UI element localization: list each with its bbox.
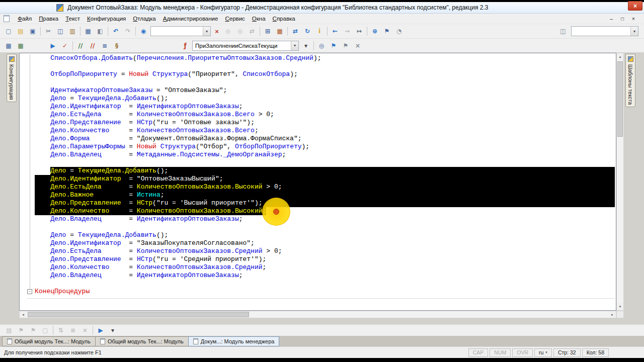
code-line[interactable] — [35, 159, 615, 167]
sort-lines-icon[interactable]: ⇅ — [55, 325, 66, 335]
code-line[interactable]: Дело.Идентификатор = "ЗаказыПокупателяСо… — [35, 239, 615, 247]
cut-icon[interactable]: ✂ — [43, 26, 54, 36]
code-line[interactable]: Дело = ТекущиеДела.Добавить(); — [35, 231, 615, 239]
scroll-up-icon[interactable]: ▴ — [617, 53, 623, 60]
code-line[interactable] — [35, 78, 615, 86]
redo-icon[interactable]: ↷ — [122, 26, 133, 36]
find-previous-icon[interactable]: ◎ — [234, 26, 246, 36]
window-tab-2[interactable]: Общий модуль Тек...: Модуль — [95, 336, 189, 346]
check-module-icon[interactable]: ▶ — [47, 41, 58, 51]
print-icon[interactable]: ▦ — [83, 26, 94, 36]
code-line[interactable]: СписокОтбора.Добавить(Перечисления.Приор… — [35, 54, 615, 62]
code-line[interactable]: Дело.Количество = КоличествоОптовыхЗаказ… — [35, 263, 615, 272]
menu-file[interactable]: Файл — [14, 14, 35, 23]
code-line[interactable]: ОтборПоПриоритету = Новый Структура("При… — [35, 70, 615, 78]
scroll-left-icon[interactable]: ◂ — [20, 311, 27, 318]
code-area[interactable]: СписокОтбора.Добавить(Перечисления.Приор… — [35, 54, 615, 310]
fold-toggle-icon[interactable]: - — [27, 289, 32, 294]
undo-icon[interactable]: ↶ — [110, 26, 121, 36]
copy-icon[interactable]: ◫ — [55, 26, 66, 36]
code-line[interactable] — [35, 223, 615, 231]
save-icon[interactable]: ▣ — [27, 26, 38, 36]
mdi-close-button[interactable]: × — [628, 15, 639, 23]
next-bookmark-icon[interactable]: ⚑ — [340, 41, 351, 51]
chevron-down-icon[interactable]: ▾ — [291, 41, 298, 50]
proc-template-icon[interactable]: ▢ — [40, 325, 51, 335]
code-line[interactable]: Дело.Владелец = Метаданные.Подсистемы._Д… — [35, 151, 615, 159]
sync-config-icon[interactable]: ↻ — [302, 26, 313, 36]
print-preview-icon[interactable]: ◧ — [95, 26, 106, 36]
code-line[interactable]: Дело.Количество = КоличествоОптовыхЗаказ… — [35, 207, 615, 215]
menu-windows[interactable]: Окна — [249, 14, 269, 23]
add-icon[interactable]: ⊕ — [369, 26, 380, 36]
code-line[interactable] — [35, 280, 615, 288]
procedures-dropdown-icon[interactable]: ▾ — [300, 41, 311, 51]
find-procedure-icon[interactable]: ◎ — [316, 41, 327, 51]
code-line[interactable]: Дело.Идентификатор = ИдентификаторОптовы… — [35, 103, 615, 111]
windows-combobox[interactable]: ▾ — [571, 26, 638, 36]
syntax-help-icon[interactable]: § — [111, 41, 122, 51]
navigate-forward-icon[interactable]: → — [342, 26, 353, 36]
menu-help[interactable]: Справка — [269, 14, 299, 23]
bookmark-icon[interactable]: ⚑ — [328, 41, 339, 51]
format-block-icon[interactable]: ≡ — [99, 41, 110, 51]
syntax-check-icon[interactable]: ✓ — [59, 41, 70, 51]
search-combobox[interactable]: ▾ — [150, 26, 211, 36]
add-comment-icon[interactable]: // — [75, 41, 86, 51]
code-line[interactable]: Дело.Идентификатор = "ОптовыеЗаказыВысши… — [35, 175, 615, 183]
code-line[interactable]: Дело.Важное = Истина; — [35, 191, 615, 199]
code-line[interactable]: Дело.Владелец = ИдентификаторОптовыеЗака… — [35, 215, 615, 223]
compare-files-icon[interactable]: ⇄ — [290, 26, 301, 36]
close-button[interactable]: × — [628, 1, 642, 11]
code-line[interactable]: Дело.Форма = "Документ.ОптовыйЗаказ.Форм… — [35, 135, 615, 143]
code-editor[interactable]: - СписокОтбора.Добавить(Перечисления.При… — [19, 53, 616, 311]
window-tab-3[interactable]: Докум...: Модуль менеджера — [188, 336, 280, 346]
code-line[interactable]: Дело.Представление = НСтр("ru = 'Высший … — [35, 199, 615, 207]
scrollbar-thumb[interactable] — [617, 61, 623, 137]
menu-service[interactable]: Сервис — [221, 14, 248, 23]
chevron-down-icon[interactable]: ▾ — [630, 27, 638, 36]
align-icon[interactable]: ≡ — [67, 325, 78, 335]
scrollbar-track[interactable] — [617, 60, 623, 303]
run-check-icon[interactable]: ▶ — [95, 325, 106, 335]
language-selector[interactable]: ru ▾ — [534, 348, 552, 357]
replace-icon[interactable]: ⇄ — [247, 26, 258, 36]
scrollbar-thumb[interactable] — [28, 312, 249, 317]
calculator-icon[interactable]: ⊞ — [262, 26, 273, 36]
system-menu-icon[interactable] — [4, 15, 10, 22]
menu-administration[interactable]: Администрирование — [159, 14, 222, 23]
vertical-scrollbar[interactable]: ▴ ▾ — [616, 53, 624, 311]
scroll-down-icon[interactable]: ▾ — [617, 303, 623, 310]
delete-line-icon[interactable]: × — [79, 325, 91, 335]
clear-search-button[interactable]: × — [212, 26, 222, 36]
find-next-icon[interactable]: ◎ — [222, 26, 233, 36]
code-line[interactable]: ИдентификаторОптовыеЗаказы = "ОптовыеЗак… — [35, 86, 615, 95]
mdi-restore-button[interactable]: □ — [617, 15, 628, 23]
procedures-combobox[interactable]: ПриЗаполненииСпискаТекущи ▾ — [192, 41, 299, 51]
paste-icon[interactable]: ▥ — [67, 26, 78, 36]
code-line[interactable] — [35, 62, 615, 70]
prev-procedure-icon[interactable]: ⚑ — [16, 325, 27, 335]
code-line[interactable]: КонецПроцедуры — [35, 288, 615, 296]
proc-list-icon[interactable]: ▤ — [4, 325, 15, 335]
code-line[interactable]: Дело = ТекущиеДела.Добавить(); — [35, 167, 615, 175]
code-line[interactable]: Дело = ТекущиеДела.Добавить(); — [35, 95, 615, 103]
chevron-down-icon[interactable]: ▾ — [203, 27, 210, 36]
window-tab-1[interactable]: Общий модуль Тек...: Модуль — [2, 336, 96, 346]
info-icon[interactable]: i — [314, 26, 325, 36]
code-line[interactable]: Дело.ЕстьДела = КоличествоОптовыхЗаказов… — [35, 183, 615, 191]
code-line[interactable]: Дело.Представление = НСтр("ru = 'Средний… — [35, 255, 615, 263]
navigate-back-icon[interactable]: ← — [330, 26, 341, 36]
menu-configuration[interactable]: Конфигурация — [84, 14, 129, 23]
new-document-icon[interactable]: ▢ — [3, 26, 14, 36]
code-line[interactable]: Дело.Представление = НСтр("ru = 'Оптовые… — [35, 119, 615, 127]
code-line[interactable]: Дело.ЕстьДела = КоличествоОптовыхЗаказов… — [35, 111, 615, 119]
run-dropdown-icon[interactable]: ▾ — [107, 325, 118, 335]
calendar-icon[interactable]: ▦ — [274, 26, 285, 36]
menu-edit[interactable]: Правка — [35, 14, 62, 23]
mdi-windows-icon[interactable]: ◫ — [557, 26, 569, 36]
code-line[interactable]: Дело.ПараметрыФормы = Новый Структура("О… — [35, 143, 615, 151]
scrollbar-track[interactable] — [27, 311, 609, 318]
next-procedure-icon[interactable]: ⚑ — [28, 325, 39, 335]
menu-text[interactable]: Текст — [62, 14, 84, 23]
